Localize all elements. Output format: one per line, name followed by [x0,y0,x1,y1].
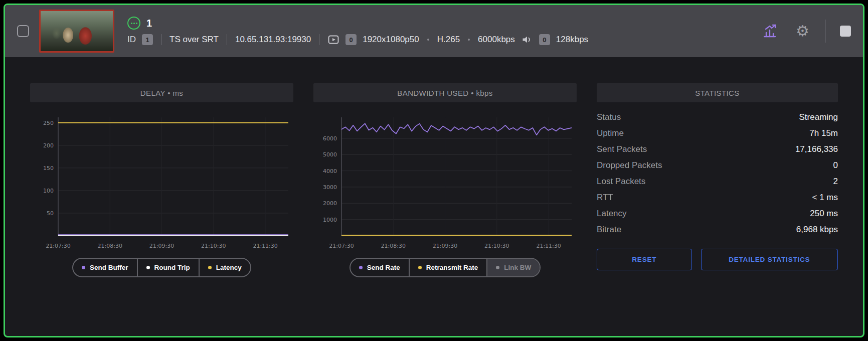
streaming-status-icon [127,17,140,30]
svg-text:21:08:30: 21:08:30 [381,243,406,249]
audio-track-badge: 0 [539,34,550,45]
stat-label: RTT [597,193,613,203]
svg-text:21:10:30: 21:10:30 [201,243,226,249]
stat-value: 17,166,336 [795,144,838,154]
legend-dot [418,266,422,269]
legend-label: Link BW [504,264,531,271]
chart-icon [762,23,778,39]
svg-text:200: 200 [43,142,54,149]
legend-item-link-bw[interactable]: Link BW [487,259,540,276]
svg-text:150: 150 [43,165,54,172]
svg-text:5000: 5000 [323,151,337,158]
stat-value: 250 ms [810,209,838,219]
stat-row-lost-packets: Lost Packets2 [597,174,838,190]
audio-bitrate-label: 128kbps [556,35,588,45]
statistics-buttons: RESET DETAILED STATISTICS [597,249,838,270]
stat-label: Sent Packets [597,144,647,154]
svg-text:50: 50 [47,210,54,217]
screen: 1 ID 1 TS over SRT 10.65.131.93:19930 0 … [0,0,868,341]
legend-item-latency[interactable]: Latency [200,259,250,276]
stat-label: Lost Packets [597,177,645,187]
bandwidth-legend-wrap: Send RateRetransmit RateLink BW [313,258,577,277]
stat-label: Latency [597,209,627,219]
protocol-label: TS over SRT [169,35,219,45]
detailed-statistics-button[interactable]: DETAILED STATISTICS [701,249,838,270]
bandwidth-panel: BANDWIDTH USED • kbps 100020003000400050… [313,83,577,277]
settings-button[interactable]: ⚙ [794,22,811,41]
stat-label: Bitrate [597,225,621,235]
stat-value: 7h 15m [809,128,838,138]
legend-item-retransmit-rate[interactable]: Retransmit Rate [410,259,488,276]
video-track-icon [327,34,339,46]
stream-header: 1 ID 1 TS over SRT 10.65.131.93:19930 0 … [5,5,863,57]
legend-label: Round Trip [154,264,190,271]
divider [825,20,826,43]
legend-item-round-trip[interactable]: Round Trip [138,259,200,276]
stat-row-sent-packets: Sent Packets17,166,336 [597,141,838,157]
stat-label: Status [597,112,621,122]
svg-text:3000: 3000 [323,184,337,191]
legend-label: Latency [216,264,242,271]
delay-chart: 5010015020025021:07:3021:08:3021:09:3021… [30,109,293,254]
svg-text:21:11:30: 21:11:30 [253,243,277,249]
statistics-panel: STATISTICS StatusStreamingUptime7h 15mSe… [597,83,838,277]
delay-legend-wrap: Send BufferRound TripLatency [30,258,293,277]
stat-row-latency: Latency250 ms [597,206,838,222]
statistics-chart-button[interactable] [760,21,780,41]
divider [227,34,227,45]
svg-text:6000: 6000 [323,135,337,142]
video-bitrate-label: 6000kbps [478,35,515,45]
svg-text:21:09:30: 21:09:30 [433,243,457,249]
svg-text:21:09:30: 21:09:30 [149,243,174,249]
svg-text:21:07:30: 21:07:30 [46,243,70,249]
address-label: 10.65.131.93:19930 [235,35,311,45]
gear-icon: ⚙ [796,24,809,39]
video-thumbnail[interactable] [39,10,114,53]
select-checkbox[interactable] [17,25,29,37]
bandwidth-chart: 10002000300040005000600021:07:3021:08:30… [313,109,577,254]
svg-text:21:08:30: 21:08:30 [98,243,122,249]
stat-row-uptime: Uptime7h 15m [597,125,838,141]
audio-track-icon [521,34,533,46]
stat-label: Uptime [597,128,624,138]
stat-value: < 1 ms [812,193,838,203]
reset-button[interactable]: RESET [597,249,692,270]
statistics-panel-title: STATISTICS [597,83,838,102]
legend-item-send-buffer[interactable]: Send Buffer [73,259,138,276]
legend-item-send-rate[interactable]: Send Rate [351,259,410,276]
stream-meta-row: ID 1 TS over SRT 10.65.131.93:19930 0 19… [127,34,588,46]
divider [161,34,161,45]
stat-value: 6,968 kbps [796,225,838,235]
divider [319,34,319,45]
bandwidth-legend: Send RateRetransmit RateLink BW [350,258,541,277]
header-actions: ⚙ [760,20,851,43]
legend-label: Retransmit Rate [426,264,478,271]
legend-dot [359,266,363,269]
legend-dot [146,266,150,269]
codec-label: H.265 [437,35,460,45]
svg-text:21:10:30: 21:10:30 [484,243,509,249]
svg-text:100: 100 [43,188,54,194]
svg-text:2000: 2000 [323,200,337,207]
dot-separator [427,39,429,41]
delay-panel: DELAY • ms 5010015020025021:07:3021:08:3… [30,83,293,277]
stream-card: 1 ID 1 TS over SRT 10.65.131.93:19930 0 … [4,4,864,337]
stat-value: 2 [833,177,838,187]
stop-stream-button[interactable] [840,26,851,37]
stat-row-status: StatusStreaming [597,109,838,125]
main-content: DELAY • ms 5010015020025021:07:3021:08:3… [5,57,863,277]
id-badge: 1 [142,34,153,45]
stat-value: 0 [833,160,838,170]
stat-row-rtt: RTT< 1 ms [597,190,838,206]
svg-text:1000: 1000 [323,217,337,223]
svg-text:21:07:30: 21:07:30 [329,243,354,249]
stream-title: 1 [146,18,152,29]
statistics-rows: StatusStreamingUptime7h 15mSent Packets1… [597,109,838,238]
legend-dot [496,266,499,269]
legend-label: Send Rate [367,264,400,271]
bandwidth-panel-title: BANDWIDTH USED • kbps [313,83,577,102]
svg-text:250: 250 [43,120,54,126]
video-track-badge: 0 [345,34,357,45]
stat-row-dropped-packets: Dropped Packets0 [597,157,838,174]
delay-panel-title: DELAY • ms [30,83,293,102]
